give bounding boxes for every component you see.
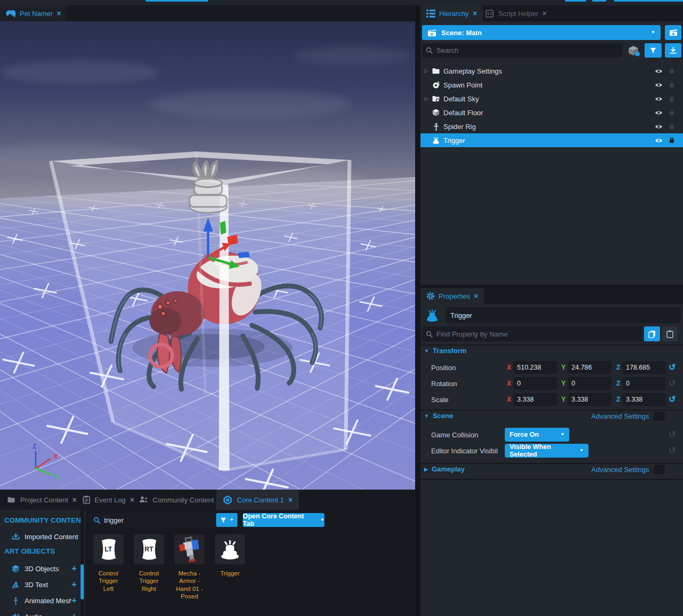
tab-core-content[interactable]: Core Content 1 × bbox=[216, 490, 299, 510]
scale-z-field[interactable]: 3.338 bbox=[622, 393, 665, 406]
open-core-content-button[interactable]: Open Core Content Tab ▼ bbox=[243, 513, 324, 527]
visibility-eye-icon[interactable] bbox=[655, 109, 663, 117]
lock-icon[interactable] bbox=[668, 95, 676, 102]
game-collision-dropdown[interactable]: Force On ▼ bbox=[505, 428, 569, 442]
lock-icon[interactable] bbox=[668, 123, 676, 130]
hierarchy-filter-button[interactable] bbox=[645, 43, 662, 58]
asset-tile-trigger[interactable]: Trigger bbox=[215, 534, 245, 601]
trigger-icon bbox=[430, 136, 442, 145]
sidebar-item-3d-objects[interactable]: 3D Objects + bbox=[0, 561, 80, 576]
top-toolbar-edge bbox=[0, 0, 683, 5]
reset-position-icon[interactable]: ↺ bbox=[669, 361, 676, 374]
close-icon[interactable]: × bbox=[288, 495, 292, 504]
hierarchy-search-input[interactable] bbox=[436, 46, 619, 54]
close-icon[interactable]: × bbox=[542, 10, 546, 17]
tree-row-spawn-point[interactable]: Spawn Point bbox=[420, 78, 683, 92]
controller-lt-icon: LT bbox=[93, 534, 123, 564]
object-name-field[interactable] bbox=[446, 307, 681, 323]
asset-tile-mecha-armor-hand[interactable]: Mecha - Armor - Hand 01 - Posed bbox=[174, 534, 205, 601]
expand-arrow-icon[interactable]: ▷ bbox=[423, 68, 430, 74]
rotation-y-field[interactable]: 0 bbox=[568, 377, 611, 390]
scale-x-field[interactable]: 3.338 bbox=[513, 393, 557, 406]
sidebar-item-imported-content[interactable]: Imported Content bbox=[0, 529, 80, 544]
close-icon[interactable]: × bbox=[473, 10, 477, 17]
find-property-search[interactable] bbox=[422, 326, 642, 341]
section-collapse-icon[interactable]: ▼ bbox=[424, 348, 429, 354]
package-filter-icon[interactable] bbox=[627, 44, 641, 57]
asset-tile-control-trigger-left[interactable]: LT Control Trigger Left bbox=[93, 534, 124, 601]
tab-label: Pet Namer bbox=[20, 10, 53, 18]
visibility-eye-icon[interactable] bbox=[655, 95, 663, 103]
find-property-input[interactable] bbox=[436, 330, 639, 338]
add-icon[interactable]: + bbox=[72, 595, 77, 606]
expand-arrow-icon[interactable]: ▷ bbox=[423, 96, 430, 101]
tree-row-trigger[interactable]: Trigger bbox=[420, 133, 683, 147]
lock-icon[interactable] bbox=[668, 109, 676, 116]
transform-section-header[interactable]: ▼ Transform bbox=[424, 347, 467, 355]
scene-selector[interactable]: Scene: Main ▼ bbox=[422, 25, 661, 40]
reset-rotation-icon[interactable]: ↺ bbox=[669, 377, 676, 390]
tab-script-helper[interactable]: Script Helper × bbox=[480, 5, 552, 21]
editor-indicator-dropdown[interactable]: Visible When Selected ▼ bbox=[505, 444, 589, 458]
visibility-eye-icon[interactable] bbox=[655, 137, 663, 145]
lock-icon[interactable] bbox=[668, 67, 676, 75]
tree-row-spider-rig[interactable]: Spider Rig bbox=[420, 119, 683, 133]
section-expand-icon[interactable]: ▶ bbox=[424, 467, 428, 472]
reset-editor-indicator-icon[interactable]: ↺ bbox=[669, 444, 676, 457]
visibility-eye-icon[interactable] bbox=[655, 123, 663, 131]
download-arrow-icon bbox=[669, 46, 677, 54]
add-icon[interactable]: + bbox=[72, 563, 77, 574]
copy-properties-button[interactable] bbox=[644, 326, 660, 341]
reset-game-collision-icon[interactable]: ↺ bbox=[669, 428, 676, 441]
collapse-all-button[interactable] bbox=[665, 43, 681, 58]
lock-icon[interactable] bbox=[668, 137, 676, 144]
rotation-x-field[interactable]: 0 bbox=[513, 377, 557, 390]
content-tabbar: Project Content × Event Log × Community … bbox=[0, 490, 415, 510]
hierarchy-search[interactable] bbox=[422, 43, 622, 58]
position-y-field[interactable]: 24.786 bbox=[568, 361, 611, 374]
sidebar-item-audio[interactable]: Audio + bbox=[0, 609, 80, 616]
position-x-field[interactable]: 510.238 bbox=[513, 361, 557, 374]
asset-tile-control-trigger-right[interactable]: RT Control Trigger Right bbox=[133, 534, 164, 601]
tab-label: Properties bbox=[439, 292, 470, 300]
add-icon[interactable]: + bbox=[72, 579, 77, 590]
sidebar-item-animated-mesh[interactable]: Animated Mesh + bbox=[0, 593, 80, 608]
paste-properties-button[interactable] bbox=[662, 326, 678, 341]
spawn-point-icon bbox=[430, 81, 442, 89]
lock-icon[interactable] bbox=[668, 81, 676, 89]
sidebar-scrollbar[interactable] bbox=[81, 510, 84, 616]
scene-section-header[interactable]: ▼ Scene bbox=[424, 412, 453, 420]
scrollbar-thumb[interactable] bbox=[81, 564, 84, 599]
scale-y-field[interactable]: 3.338 bbox=[568, 393, 611, 406]
properties-panel: ▼ Transform Position X 510.238 Y 24.786 … bbox=[420, 304, 683, 616]
gameplay-advanced-settings-checkbox[interactable] bbox=[654, 465, 665, 474]
tab-project-content[interactable]: Project Content × bbox=[0, 490, 83, 510]
tree-row-default-floor[interactable]: Default Floor bbox=[420, 106, 683, 119]
section-collapse-icon[interactable]: ▼ bbox=[424, 413, 429, 419]
reset-scale-icon[interactable]: ↺ bbox=[669, 393, 676, 406]
visibility-eye-icon[interactable] bbox=[655, 67, 663, 75]
scene-advanced-settings-checkbox[interactable] bbox=[654, 412, 665, 421]
tab-hierarchy[interactable]: Hierarchy × bbox=[420, 5, 483, 21]
folder-icon bbox=[430, 67, 442, 75]
tree-row-default-sky[interactable]: ▷ Default Sky bbox=[420, 92, 683, 106]
scene-advanced-settings-label: Advanced Settings bbox=[591, 412, 649, 420]
content-search-input[interactable] bbox=[104, 516, 265, 524]
content-filter-button[interactable]: ▼ bbox=[216, 513, 237, 527]
tab-pet-namer[interactable]: Pet Namer × bbox=[0, 5, 67, 21]
viewport-3d[interactable]: Z X Y bbox=[0, 21, 415, 490]
visibility-eye-icon[interactable] bbox=[655, 81, 663, 89]
gameplay-section-header[interactable]: ▶ Gameplay bbox=[424, 465, 465, 473]
add-icon[interactable]: + bbox=[72, 611, 77, 616]
tab-properties[interactable]: Properties × bbox=[420, 288, 484, 304]
sidebar-item-3d-text[interactable]: A 3D Text + bbox=[0, 577, 80, 592]
tab-event-log[interactable]: Event Log × bbox=[76, 490, 141, 510]
tab-community-content[interactable]: Community Content × bbox=[132, 490, 229, 510]
toolbar-highlight-segment bbox=[565, 0, 586, 2]
close-icon[interactable]: × bbox=[57, 10, 61, 17]
scene-manager-button[interactable] bbox=[665, 25, 681, 40]
close-icon[interactable]: × bbox=[474, 292, 478, 300]
rotation-z-field[interactable]: 0 bbox=[622, 377, 665, 390]
tree-row-gameplay-settings[interactable]: ▷ Gameplay Settings bbox=[420, 64, 683, 78]
position-z-field[interactable]: 178.685 bbox=[622, 361, 665, 374]
